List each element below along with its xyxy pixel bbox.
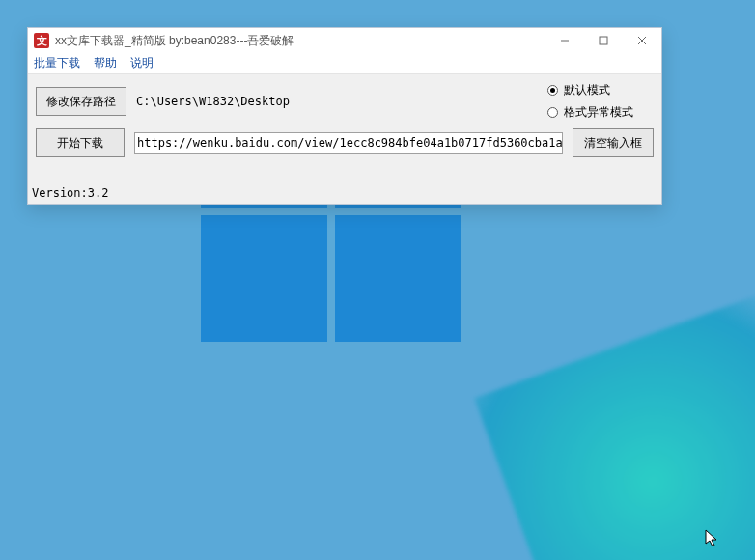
path-row: 修改保存路径 C:\Users\W1832\Desktop 默认模式 格式异常模… bbox=[36, 82, 654, 121]
mode-format-error[interactable]: 格式异常模式 bbox=[547, 104, 654, 121]
mode-default-label: 默认模式 bbox=[564, 82, 610, 98]
minimize-button[interactable] bbox=[545, 28, 584, 53]
menu-batch-download[interactable]: 批量下载 bbox=[34, 55, 80, 71]
background-swoosh bbox=[474, 279, 755, 560]
save-path-label: C:\Users\W1832\Desktop bbox=[136, 95, 538, 108]
menubar: 批量下载 帮助 说明 bbox=[28, 53, 661, 74]
app-window: 文 xx文库下载器_精简版 by:bean0283---吾爱破解 批量下载 帮助… bbox=[27, 27, 662, 205]
window-title: xx文库下载器_精简版 by:bean0283---吾爱破解 bbox=[55, 33, 545, 49]
menu-help[interactable]: 帮助 bbox=[94, 55, 117, 71]
start-download-button[interactable]: 开始下载 bbox=[36, 128, 125, 157]
client-area: 修改保存路径 C:\Users\W1832\Desktop 默认模式 格式异常模… bbox=[28, 74, 661, 161]
clear-input-button[interactable]: 清空输入框 bbox=[573, 128, 654, 157]
svg-rect-1 bbox=[600, 37, 607, 44]
menu-about[interactable]: 说明 bbox=[130, 55, 154, 71]
version-label: Version:3.2 bbox=[32, 186, 108, 200]
radio-format-error-icon bbox=[547, 107, 558, 118]
mode-default[interactable]: 默认模式 bbox=[547, 82, 654, 98]
app-icon: 文 bbox=[34, 33, 49, 48]
radio-default-icon bbox=[547, 85, 558, 96]
url-input[interactable]: https://wenku.baidu.com/view/1ecc8c984bf… bbox=[134, 132, 563, 154]
close-button[interactable] bbox=[623, 28, 661, 53]
maximize-button[interactable] bbox=[584, 28, 623, 53]
mode-format-error-label: 格式异常模式 bbox=[564, 104, 633, 121]
titlebar: 文 xx文库下载器_精简版 by:bean0283---吾爱破解 bbox=[28, 28, 661, 53]
download-row: 开始下载 https://wenku.baidu.com/view/1ecc8c… bbox=[36, 128, 654, 157]
mode-group: 默认模式 格式异常模式 bbox=[547, 82, 654, 121]
change-path-button[interactable]: 修改保存路径 bbox=[36, 87, 126, 116]
